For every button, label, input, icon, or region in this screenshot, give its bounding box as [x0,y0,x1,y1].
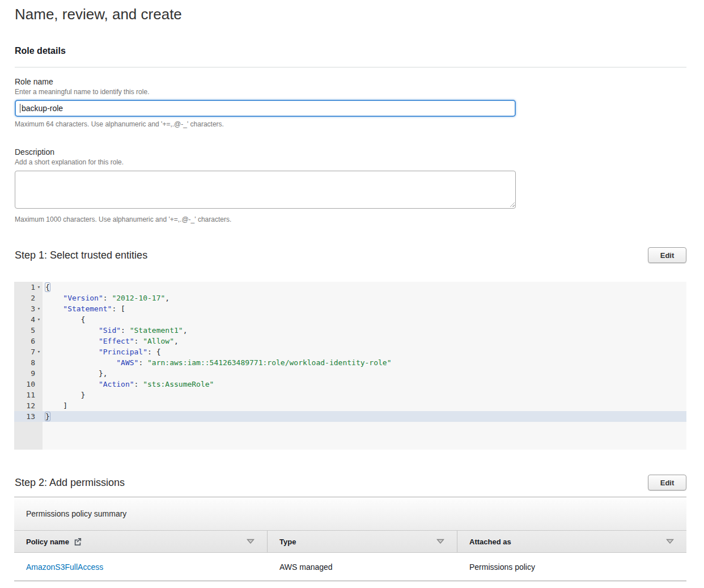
page-container: Name, review, and create Role details Ro… [0,0,704,581]
line-number-gutter: 1▾ [14,282,43,293]
fold-toggle-icon[interactable]: ▾ [35,303,43,314]
fold-toggle-icon[interactable]: ▾ [35,314,43,325]
step2-heading: Step 2: Add permissions [15,475,125,489]
line-number: 4 [31,314,35,325]
filter-dropdown-icon[interactable] [666,539,674,544]
line-number: 13 [26,411,35,422]
line-number: 11 [26,390,35,400]
code-line-text: "AWS": "arn:aws:iam::541263489771:role/w… [43,357,686,368]
editor-filler [14,422,686,450]
permissions-table-header: Policy nameTypeAttached as [14,530,686,553]
column-header-attached-as[interactable]: Attached as [457,531,686,552]
policy-type-cell: AWS managed [268,562,457,572]
code-line-text: ] [43,400,686,411]
code-line-text: "Action": "sts:AssumeRole" [43,379,686,390]
description-textarea[interactable] [15,171,516,209]
line-number: 7 [31,346,35,357]
text-caret [20,104,20,113]
code-line-text: { [43,282,686,293]
line-number: 2 [31,293,35,303]
step2-edit-button[interactable]: Edit [648,475,686,490]
line-number-gutter: 4▾ [14,314,43,325]
role-name-input-wrap [15,100,516,117]
page-title: Name, review, and create [15,6,686,23]
table-row: AmazonS3FullAccessAWS managedPermissions… [14,553,686,581]
trust-policy-code-editor[interactable]: 1▾{2 "Version": "2012-10-17",3▾ "Stateme… [14,282,686,450]
code-line: 6 "Effect": "Allow", [14,336,686,346]
permissions-table-body: AmazonS3FullAccessAWS managedPermissions… [14,553,686,581]
description-label: Description [15,148,686,156]
step1-edit-button[interactable]: Edit [648,247,686,263]
line-number-gutter: 2 [14,293,43,303]
description-textarea-wrap [15,171,516,209]
code-line: 12 ] [14,400,686,411]
fold-toggle-icon[interactable]: ▾ [35,282,43,293]
code-line: 13} [14,411,686,422]
line-number: 8 [31,357,35,368]
line-number-gutter: 13 [14,411,43,422]
code-line: 11 } [14,390,686,400]
code-line-text: "Sid": "Statement1", [43,325,686,336]
code-line: 5 "Sid": "Statement1", [14,325,686,336]
permissions-panel-title: Permissions policy summary [14,497,686,530]
line-number: 9 [31,368,35,379]
code-line-text: }, [43,368,686,379]
line-number-gutter: 7▾ [14,346,43,357]
line-number-gutter: 3▾ [14,303,43,314]
column-header-label: Policy name [26,538,69,546]
role-name-input[interactable] [15,100,516,117]
code-line: 3▾ "Statement": [ [14,303,686,314]
role-name-hint: Maximum 64 characters. Use alphanumeric … [15,121,686,128]
code-line-text: "Principal": { [43,346,686,357]
code-line: 10 "Action": "sts:AssumeRole" [14,379,686,390]
line-number-gutter: 9 [14,368,43,379]
code-line-text: "Statement": [ [43,303,686,314]
line-number-gutter: 10 [14,379,43,390]
filter-dropdown-icon[interactable] [247,539,255,544]
code-line: 4▾ { [14,314,686,325]
line-number: 3 [31,303,35,314]
line-number: 1 [31,282,35,293]
role-name-helper: Enter a meaningful name to identify this… [15,88,686,96]
external-link-icon [74,538,82,545]
policy-name-link[interactable]: AmazonS3FullAccess [26,562,103,572]
description-hint: Maximum 1000 characters. Use alphanumeri… [15,216,686,223]
code-line-text: { [43,314,686,325]
line-number-gutter: 6 [14,336,43,346]
column-header-label: Attached as [469,538,511,546]
line-number-gutter: 12 [14,400,43,411]
code-line: 9 }, [14,368,686,379]
step2-header-row: Step 2: Add permissions Edit [15,475,686,490]
line-number: 5 [31,325,35,336]
role-details-heading: Role details [15,46,686,56]
step1-header-row: Step 1: Select trusted entities Edit [15,247,686,263]
line-number: 10 [26,379,35,390]
code-lines: 1▾{2 "Version": "2012-10-17",3▾ "Stateme… [14,282,686,422]
section-divider [15,67,686,67]
column-header-policy-name[interactable]: Policy name [14,531,268,552]
line-number-gutter: 8 [14,357,43,368]
attached-as-cell: Permissions policy [457,562,686,572]
code-line: 7▾ "Principal": { [14,346,686,357]
description-helper: Add a short explanation for this role. [15,159,686,166]
fold-toggle-icon[interactable]: ▾ [35,346,43,357]
filter-dropdown-icon[interactable] [436,539,444,544]
code-line-text: } [43,411,686,422]
line-number-gutter: 5 [14,325,43,336]
role-name-label: Role name [15,78,686,86]
code-line-text: "Version": "2012-10-17", [43,293,686,303]
code-line-text: } [43,390,686,400]
code-line-text: "Effect": "Allow", [43,336,686,346]
code-line: 1▾{ [14,282,686,293]
code-line: 8 "AWS": "arn:aws:iam::541263489771:role… [14,357,686,368]
editor-gutter [14,422,43,450]
step1-heading: Step 1: Select trusted entities [15,247,147,261]
line-number: 12 [26,400,35,411]
code-line: 2 "Version": "2012-10-17", [14,293,686,303]
column-header-label: Type [279,538,296,546]
permissions-panel: Permissions policy summary Policy nameTy… [14,497,686,581]
line-number: 6 [31,336,35,346]
column-header-type[interactable]: Type [268,531,457,552]
line-number-gutter: 11 [14,390,43,400]
